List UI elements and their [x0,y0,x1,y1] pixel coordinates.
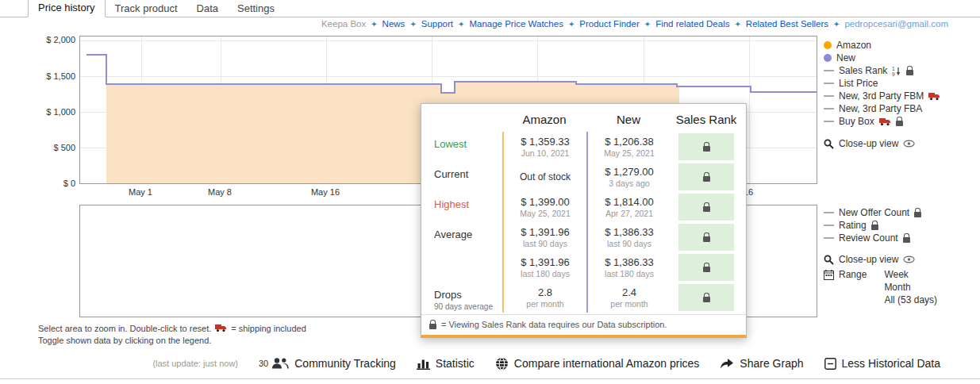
community-tracking-label: Community Tracking [294,357,396,370]
legend-review-count[interactable]: Review Count [824,232,979,244]
compare-international-button[interactable]: Compare international Amazon prices [495,357,699,371]
y-tick: $ 0 [28,179,75,188]
lowest-new-cell: $ 1,206.38 May 25, 2021 [586,132,671,162]
tooltip-footer-text: = Viewing Sales Rank data requires our D… [441,320,667,329]
less-historical-data-button[interactable]: Less Historical Data [824,357,941,370]
separator-diamond: ✦ [568,20,575,29]
line-swatch-icon [824,108,834,109]
separator-diamond: ✦ [409,20,416,29]
tab-data[interactable]: Data [187,0,228,17]
bar-chart-icon [417,358,430,370]
nav-news[interactable]: News [382,19,405,29]
calendar-icon [824,270,834,280]
magnifier-icon [824,139,834,149]
compare-international-label: Compare international Amazon prices [514,357,699,370]
nav-product-finder[interactable]: Product Finder [579,19,639,29]
keepa-price-history-page: Price history Track product Data Setting… [0,0,980,384]
range-header: Range [824,269,867,280]
range-option-week[interactable]: Week [884,269,937,280]
tab-price-history[interactable]: Price history [28,0,106,17]
range-label: Range [839,269,867,280]
lock-icon [871,225,878,230]
page-divider [0,378,980,379]
hint-zoom-text: Select area to zoom in. Double-click to … [38,324,211,333]
tab-settings[interactable]: Settings [228,0,284,17]
sort-numeric-icon: 1 9 [892,66,901,76]
share-arrow-icon [720,358,734,369]
legend-buy-box[interactable]: Buy Box [824,115,979,128]
row-label-drops: Drops 90 days average [425,282,502,313]
x-tick: May 16 [302,187,349,197]
tab-track-product[interactable]: Track product [106,0,187,17]
legend-new[interactable]: New [824,52,979,64]
nav-manage-price-watches[interactable]: Manage Price Watches [469,19,563,29]
x-tick: May 1 [117,187,164,197]
separator-diamond: ✦ [458,20,464,29]
line-swatch-icon [824,225,834,226]
separator-diamond: ✦ [371,20,377,29]
nav-account-email[interactable]: pedropcesari@gmail.com [844,19,948,29]
legend-new-offer-count[interactable]: New Offer Count [824,206,979,219]
y-tick: $ 2,000 [28,35,75,44]
last-update-text: (last update: just now) [152,359,238,368]
lock-icon [914,212,921,217]
legend-review-count-label: Review Count [839,232,898,244]
bottom-action-bar: (last update: just now) 30 Community Tra… [0,352,940,374]
legend-fba-label: New, 3rd Party FBA [839,103,922,114]
globe-icon [495,357,509,371]
nav-find-related-deals[interactable]: Find related Deals [655,19,729,29]
tooltip-col-amazon: Amazon [502,106,586,132]
tab-bar: Price history Track product Data Setting… [0,0,980,17]
average90-salesrank-cell [671,222,742,252]
share-graph-button[interactable]: Share Graph [720,357,803,370]
hint-toggle: Toggle shown data by clicking on the leg… [38,334,306,346]
legend-amazon[interactable]: Amazon [824,39,979,52]
share-graph-label: Share Graph [740,357,803,370]
statistic-button[interactable]: Statistic [417,357,475,370]
chart-hints: Select area to zoom in. Double-click to … [38,322,306,346]
legend-new-3rd-party-fbm[interactable]: New, 3rd Party FBM [824,90,979,102]
hint-toggle-text: Toggle shown data by clicking on the leg… [38,336,211,345]
minus-square-icon [824,358,836,370]
legend-list-price[interactable]: List Price [824,77,979,90]
lock-icon [703,297,710,302]
legend-list-price-label: List Price [839,78,878,89]
lock-icon [703,146,710,152]
legend-new-offer-count-label: New Offer Count [839,207,909,218]
row-label-average: Average [425,222,502,252]
current-new-cell: $ 1,279.00 3 days ago [586,162,671,192]
legend-new-3rd-party-fba[interactable]: New, 3rd Party FBA [824,102,979,115]
lock-icon [703,267,710,272]
hint-shipping-text: = shipping included [231,324,306,333]
average180-new-cell: $ 1,386.33 last 180 days [586,252,671,282]
shipping-truck-icon [879,117,891,126]
shipping-truck-icon [215,324,227,332]
keepa-box-link[interactable]: Keepa Box [321,19,366,29]
lock-icon [906,70,913,75]
range-option-month[interactable]: Month [884,282,937,293]
line-swatch-icon [824,83,834,84]
lock-icon [429,324,436,329]
range-selector: Range Week Month All (53 days) [824,269,979,305]
close-up-view-top[interactable]: Close-up view [824,137,979,150]
range-option-all[interactable]: All (53 days) [884,294,937,305]
nav-support[interactable]: Support [421,19,453,29]
statistic-label: Statistic [436,357,475,370]
top-nav: Keepa Box ✦ News ✦ Support ✦ Manage Pric… [321,19,948,29]
row-label-lowest: Lowest [425,132,502,162]
line-swatch-icon [824,237,834,239]
legend-sales-rank[interactable]: Sales Rank 1 9 [824,64,979,77]
eye-icon [903,140,915,148]
community-tracking-button[interactable]: 30 Community Tracking [259,357,396,370]
tooltip-col-sales-rank: Sales Rank [671,106,742,132]
y-tick: $ 1,500 [28,71,75,81]
separator-diamond: ✦ [734,20,740,29]
legend-fbm-label: New, 3rd Party FBM [839,90,924,102]
nav-related-best-sellers[interactable]: Related Best Sellers [746,19,828,29]
line-swatch-icon [824,121,834,122]
hint-zoom: Select area to zoom in. Double-click to … [38,322,306,334]
highest-amazon-cell: $ 1,399.00 May 25, 2021 [502,192,586,222]
close-up-view-bottom[interactable]: Close-up view [824,253,979,266]
x-tick: May 8 [196,187,244,197]
legend-rating[interactable]: Rating [824,219,979,232]
